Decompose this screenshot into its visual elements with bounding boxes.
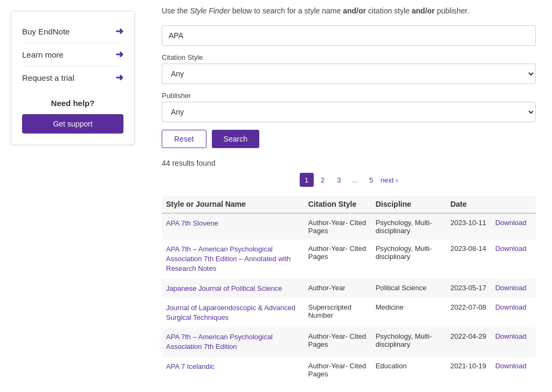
download-link[interactable]: Download xyxy=(495,219,527,227)
publisher-group: Publisher Any xyxy=(162,92,536,122)
cell-citation-style: Author-Year- Cited Pages xyxy=(304,357,371,383)
cell-date: 2023-10-11 xyxy=(446,213,491,240)
sidebar: Buy EndNote➜Learn more➜Request a trial➜ … xyxy=(0,0,146,392)
search-section: Citation Style Any Publisher Any Reset S… xyxy=(162,25,536,148)
download-link[interactable]: Download xyxy=(495,362,527,370)
style-name-link[interactable]: APA 7th – American Psychological Associa… xyxy=(166,245,291,272)
style-name-link[interactable]: Journal of Laparoendoscopic & Advanced S… xyxy=(166,304,295,321)
citation-style-select[interactable]: Any xyxy=(162,64,536,84)
citation-style-label: Citation Style xyxy=(162,53,536,61)
cell-citation-style: Author-Year xyxy=(304,279,371,298)
cell-citation-style: Author-Year- Cited Pages xyxy=(304,327,371,356)
sidebar-link-label: Request a trial xyxy=(22,73,74,82)
style-name-input[interactable] xyxy=(162,25,536,46)
cell-citation-style: Author-Year- Cited Pages xyxy=(304,213,371,240)
cell-date: 2021-10-19 xyxy=(446,357,491,383)
table-row: APA 7 Icelandic Author-Year- Cited Pages… xyxy=(162,357,536,383)
cell-date: 2022-07-08 xyxy=(446,298,491,327)
sidebar-help-heading: Need help? xyxy=(22,99,123,108)
page-1-link[interactable]: 1 xyxy=(300,173,314,187)
table-row: APA 7th – American Psychological Associa… xyxy=(162,240,536,279)
table-row: APA 7th – American Psychological Associa… xyxy=(162,327,536,356)
cell-style-name: APA 7th – American Psychological Associa… xyxy=(162,327,304,356)
cell-download: Download xyxy=(491,327,536,356)
page-...-link[interactable]: ... xyxy=(348,173,362,187)
sidebar-help: Need help? Get support xyxy=(22,99,123,134)
cell-style-name: APA 7th Slovene xyxy=(162,213,304,240)
get-support-button[interactable]: Get support xyxy=(22,114,123,134)
sidebar-card: Buy EndNote➜Learn more➜Request a trial➜ … xyxy=(11,11,135,145)
page-3-link[interactable]: 3 xyxy=(332,173,346,187)
cell-date: 2023-05-17 xyxy=(446,279,491,298)
cell-download: Download xyxy=(491,213,536,240)
download-link[interactable]: Download xyxy=(495,332,527,340)
cell-citation-style: Author-Year- Cited Pages xyxy=(304,240,371,279)
cell-discipline: Psychology, Multi-disciplinary xyxy=(371,213,446,240)
download-link[interactable]: Download xyxy=(495,303,527,311)
cell-date: 2023-08-14 xyxy=(446,240,491,279)
cell-citation-style: Superscripted Number xyxy=(304,298,371,327)
arrow-right-icon: ➜ xyxy=(115,25,123,37)
style-name-link[interactable]: Japanese Journal of Political Science xyxy=(166,284,282,292)
table-header-row: Style or Journal Name Citation Style Dis… xyxy=(162,195,536,213)
col-header-citation: Citation Style xyxy=(304,195,371,213)
sidebar-link-learn-more[interactable]: Learn more➜ xyxy=(22,43,123,66)
cell-download: Download xyxy=(491,298,536,327)
cell-discipline: Education xyxy=(371,357,446,383)
cell-style-name: APA 7 Icelandic xyxy=(162,357,304,383)
page-2-link[interactable]: 2 xyxy=(316,173,330,187)
cell-style-name: Journal of Laparoendoscopic & Advanced S… xyxy=(162,298,304,327)
cell-style-name: APA 7th – American Psychological Associa… xyxy=(162,240,304,279)
cell-style-name: Japanese Journal of Political Science xyxy=(162,279,304,298)
col-header-download xyxy=(491,195,536,213)
results-count: 44 results found xyxy=(162,159,536,167)
style-name-link[interactable]: APA 7 Icelandic xyxy=(166,362,215,370)
intro-text: Use the Style Finder below to search for… xyxy=(162,5,536,17)
table-row: Journal of Laparoendoscopic & Advanced S… xyxy=(162,298,536,327)
sidebar-link-label: Learn more xyxy=(22,50,64,59)
citation-style-group: Citation Style Any xyxy=(162,53,536,84)
publisher-select[interactable]: Any xyxy=(162,102,536,122)
cell-download: Download xyxy=(491,279,536,298)
table-row: Japanese Journal of Political Science Au… xyxy=(162,279,536,298)
col-header-discipline: Discipline xyxy=(371,195,446,213)
col-header-name: Style or Journal Name xyxy=(162,195,304,213)
table-row: APA 7th Slovene Author-Year- Cited Pages… xyxy=(162,213,536,240)
main-content: Use the Style Finder below to search for… xyxy=(146,0,552,392)
sidebar-link-request-trial[interactable]: Request a trial➜ xyxy=(22,66,123,89)
arrow-right-icon: ➜ xyxy=(115,72,123,83)
cell-discipline: Political Science xyxy=(371,279,446,298)
cell-download: Download xyxy=(491,240,536,279)
download-link[interactable]: Download xyxy=(495,244,527,253)
cell-discipline: Medicine xyxy=(371,298,446,327)
button-row: Reset Search xyxy=(162,130,536,148)
reset-button[interactable]: Reset xyxy=(162,130,206,148)
sidebar-link-label: Buy EndNote xyxy=(22,27,70,36)
publisher-label: Publisher xyxy=(162,92,536,100)
results-table: Style or Journal Name Citation Style Dis… xyxy=(162,195,536,383)
cell-discipline: Psychology, Multi-disciplinary xyxy=(371,327,446,356)
search-button[interactable]: Search xyxy=(212,130,259,148)
style-name-link[interactable]: APA 7th – American Psychological Associa… xyxy=(166,333,273,351)
style-name-link[interactable]: APA 7th Slovene xyxy=(166,219,218,227)
cell-discipline: Psychology, Multi-disciplinary xyxy=(371,240,446,279)
sidebar-link-buy-endnote[interactable]: Buy EndNote➜ xyxy=(22,20,123,43)
arrow-right-icon: ➜ xyxy=(115,48,123,60)
col-header-date: Date xyxy=(446,195,491,213)
style-name-group xyxy=(162,25,536,46)
pagination: 123...5next › xyxy=(162,173,536,187)
page-5-link[interactable]: 5 xyxy=(364,173,378,187)
cell-date: 2022-04-29 xyxy=(446,327,491,356)
cell-download: Download xyxy=(491,357,536,383)
pagination-next-link[interactable]: next › xyxy=(381,176,398,184)
download-link[interactable]: Download xyxy=(495,284,527,292)
